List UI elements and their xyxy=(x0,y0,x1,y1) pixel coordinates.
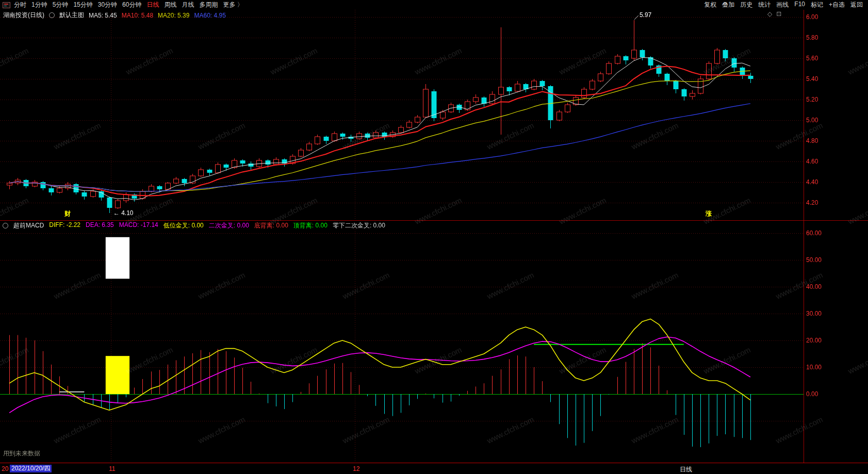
watermark-text: www.cfchi.com xyxy=(846,345,868,375)
indicator-value: 零下二次金叉: 0.00 xyxy=(333,221,385,230)
price-axis-label: 4.20 xyxy=(806,199,818,206)
ma-labels: MA5: 5.45MA10: 5.48MA20: 5.39MA60: 4.95 xyxy=(89,12,226,19)
menu-item-tool[interactable]: 标记 xyxy=(811,1,823,9)
menu-item-tool[interactable]: 画线 xyxy=(776,1,789,9)
price-axis-label: 4.60 xyxy=(806,158,818,165)
indicator-value: 二次金叉: 0.00 xyxy=(209,221,249,230)
menu-item-tool[interactable]: 复权 xyxy=(704,1,716,9)
indicator-value: 顶背离: 0.00 xyxy=(293,221,327,230)
menu-left: 分时1分钟5分钟15分钟30分钟60分钟日线周线月线多周期更多 〉 xyxy=(14,1,243,9)
menu-item-period[interactable]: 月线 xyxy=(182,1,194,9)
price-axis-label: 4.40 xyxy=(806,178,818,186)
menu-item-period[interactable]: 1分钟 xyxy=(31,1,47,9)
cursor-date-label: 2022/10/20/四 xyxy=(10,465,52,472)
month-label: 11 xyxy=(109,465,115,472)
axis-border-line xyxy=(804,10,804,463)
macd-header-items: 超前MACDDIFF: -2.22DEA: 6.35MACD: -17.14低位… xyxy=(13,221,385,230)
menu-item-tool[interactable]: 叠加 xyxy=(722,1,734,9)
period-label: 日线 xyxy=(680,465,692,474)
menu-item-period[interactable]: 30分钟 xyxy=(98,1,117,9)
main-chart-canvas[interactable] xyxy=(0,10,804,221)
stock-title: 湖南投资(日线) xyxy=(3,11,44,20)
menu-item-period[interactable]: 分时 xyxy=(14,1,26,9)
price-axis-label: 5.80 xyxy=(806,34,818,41)
menu-item-period[interactable]: 60分钟 xyxy=(122,1,141,9)
app-icon[interactable] xyxy=(3,2,10,8)
chart-title-row: 湖南投资(日线) 默认主图 MA5: 5.45MA10: 5.48MA20: 5… xyxy=(3,11,226,20)
ma-label: MA5: 5.45 xyxy=(89,12,117,19)
indicator-axis-label: 30.00 xyxy=(806,310,822,317)
macd-header: 超前MACDDIFF: -2.22DEA: 6.35MACD: -17.14低位… xyxy=(3,221,385,230)
future-data-warning: 用到未来数据 xyxy=(3,449,40,458)
indicator-value: MACD: -17.14 xyxy=(119,221,158,230)
trading-app-window: 分时1分钟5分钟15分钟30分钟60分钟日线周线月线多周期更多 〉 复权叠加历史… xyxy=(0,0,868,474)
ma-label: MA10: 5.48 xyxy=(122,12,153,19)
menu-item-period[interactable]: 周线 xyxy=(164,1,176,9)
menu-item-period[interactable]: 5分钟 xyxy=(53,1,69,9)
ma-label: MA60: 4.95 xyxy=(194,12,225,19)
price-axis-label: 5.20 xyxy=(806,96,818,103)
indicator-value: DEA: 6.35 xyxy=(86,221,114,230)
menu-item-tool[interactable]: 历史 xyxy=(740,1,752,9)
menu-item-tool[interactable]: 返回 xyxy=(850,1,863,9)
menu-item-period[interactable]: 日线 xyxy=(146,1,159,9)
top-menu-bar: 分时1分钟5分钟15分钟30分钟60分钟日线周线月线多周期更多 〉 复权叠加历史… xyxy=(0,0,868,10)
month-label: 12 xyxy=(353,465,359,472)
menu-item-tool[interactable]: 统计 xyxy=(758,1,771,9)
indicator-selector-icon[interactable] xyxy=(49,12,55,18)
timeline-bar[interactable]: 20 2022/10/20/四 日线 1112 xyxy=(0,463,868,474)
price-axis-label: 4.80 xyxy=(806,137,818,144)
ma-label: MA20: 5.39 xyxy=(158,12,189,19)
indicator-axis-label: 0.00 xyxy=(806,390,818,398)
price-axis-label: 6.00 xyxy=(806,13,818,21)
overlay-name[interactable]: 默认主图 xyxy=(59,11,84,20)
indicator-axis-label: 10.00 xyxy=(806,364,822,371)
indicator-value: 底背离: 0.00 xyxy=(254,221,288,230)
price-axis-label: 5.00 xyxy=(806,117,818,124)
menu-item-period[interactable]: 15分钟 xyxy=(73,1,92,9)
watermark-text: www.cfchi.com xyxy=(846,46,868,76)
indicator-axis-label: 40.00 xyxy=(806,283,822,290)
indicator-value: DIFF: -2.22 xyxy=(49,221,80,230)
favorite-diamond-icon[interactable]: ◇ xyxy=(767,10,772,18)
menu-right: 复权叠加历史统计画线F10标记+自选返回 xyxy=(704,1,863,9)
watermark-text: www.cfchi.com xyxy=(846,195,868,226)
indicator-value: 低位金叉: 0.00 xyxy=(163,221,204,230)
indicator-axis-label: 20.00 xyxy=(806,337,822,344)
menu-item-period[interactable]: 多周期 xyxy=(199,1,218,9)
maximize-panel-icon[interactable]: ⊡ xyxy=(776,10,781,18)
price-axis-label: 5.40 xyxy=(806,75,818,83)
indicator-name[interactable]: 超前MACD xyxy=(13,221,44,230)
timeline-partial-label: 20 xyxy=(2,465,8,472)
menu-item-tool[interactable]: F10 xyxy=(794,1,805,9)
panel-divider-line xyxy=(0,220,868,221)
price-axis-label: 5.60 xyxy=(806,55,818,62)
indicator-axis-label: 60.00 xyxy=(806,230,822,237)
indicator-selector-icon[interactable] xyxy=(3,223,8,228)
menu-item-tool[interactable]: +自选 xyxy=(829,1,845,9)
macd-chart-canvas[interactable] xyxy=(0,220,804,463)
indicator-axis-label: 50.00 xyxy=(806,256,822,264)
menu-item-period[interactable]: 更多 〉 xyxy=(223,1,243,9)
chart-corner-icons: ◇⊡ xyxy=(767,10,781,18)
